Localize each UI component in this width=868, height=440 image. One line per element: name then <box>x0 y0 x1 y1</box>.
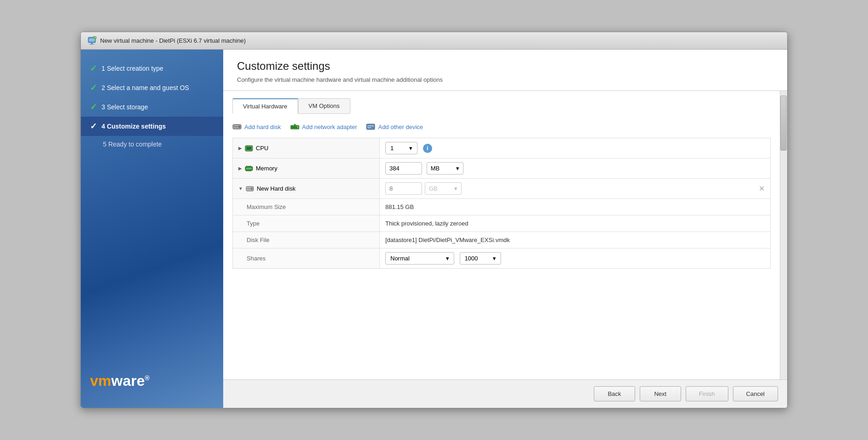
other-device-icon <box>366 123 375 130</box>
svg-rect-14 <box>294 126 295 128</box>
svg-rect-24 <box>248 145 249 146</box>
sidebar-label-step3: 3 Select storage <box>101 103 148 111</box>
svg-rect-12 <box>292 126 293 128</box>
svg-rect-28 <box>250 151 251 152</box>
svg-rect-17 <box>294 124 296 125</box>
hard-disk-icon <box>232 123 242 130</box>
svg-text:✓: ✓ <box>94 36 96 39</box>
check-icon-step1: ✓ <box>90 63 97 73</box>
maxsize-value-cell: 881.15 GB <box>380 199 771 215</box>
memory-unit-select[interactable]: MB ▾ <box>427 162 463 175</box>
cancel-button[interactable]: Cancel <box>733 386 778 401</box>
shares-label-cell: Shares <box>233 248 380 269</box>
disk-size-input[interactable] <box>385 182 422 195</box>
title-bar: ✓ New virtual machine - DietPi (ESXi 6.7… <box>81 32 787 50</box>
add-network-adapter-label: Add network adapter <box>302 124 357 130</box>
hard-disk-row-header: ▼ New Hard disk <box>238 185 374 192</box>
scrollbar-thumb[interactable] <box>780 96 787 151</box>
svg-rect-27 <box>248 151 249 152</box>
right-panel: Customize settings Configure the virtual… <box>223 50 787 408</box>
hard-disk-expander[interactable]: ▼ <box>238 186 243 191</box>
shares-select[interactable]: Normal ▾ <box>385 252 454 265</box>
add-hard-disk-label: Add hard disk <box>244 124 281 130</box>
diskfile-value: [datastore1] DietPi/DietPi_VMware_EXSi.v… <box>385 237 510 243</box>
svg-rect-37 <box>250 170 251 171</box>
cpu-expander[interactable]: ▶ <box>238 146 242 151</box>
network-adapter-icon <box>290 123 299 130</box>
diskfile-value-cell: [datastore1] DietPi/DietPi_VMware_EXSi.v… <box>380 232 771 248</box>
panel-header: Customize settings Configure the virtual… <box>223 50 787 91</box>
sidebar-item-step3[interactable]: ✓ 3 Select storage <box>81 97 223 117</box>
scrollbar-track[interactable] <box>780 91 787 379</box>
vm-icon: ✓ <box>87 36 96 45</box>
svg-rect-22 <box>247 147 251 150</box>
finish-button[interactable]: Finish <box>686 386 728 401</box>
footer: Back Next Finish Cancel <box>223 379 787 408</box>
cpu-info-icon[interactable]: i <box>423 144 432 153</box>
disk-unit-select[interactable]: GB ▾ <box>425 182 462 195</box>
svg-rect-30 <box>246 166 247 167</box>
hardware-table: ▶ <box>232 138 771 269</box>
memory-expander[interactable]: ▶ <box>238 166 242 171</box>
back-button[interactable]: Back <box>594 386 635 401</box>
maxsize-label: Maximum Size <box>247 203 286 210</box>
shares-num-value: 1000 <box>465 255 478 262</box>
svg-rect-38 <box>246 168 252 169</box>
hard-disk-sub-maxsize: Maximum Size 881.15 GB <box>233 199 771 215</box>
next-button[interactable]: Next <box>640 386 681 401</box>
svg-rect-15 <box>296 126 297 128</box>
check-icon-step4: ✓ <box>90 121 97 131</box>
main-window: ✓ New virtual machine - DietPi (ESXi 6.7… <box>80 32 788 408</box>
panel-scroll[interactable]: Virtual Hardware VM Options <box>223 91 780 379</box>
toolbar: Add hard disk <box>232 121 771 132</box>
sidebar-item-step4[interactable]: ✓ 4 Customize settings <box>81 117 223 136</box>
maxsize-value: 881.15 GB <box>385 203 414 210</box>
sidebar-label-step1: 1 Select creation type <box>101 65 163 72</box>
hard-disk-row: ▼ New Hard disk <box>233 179 771 199</box>
cpu-value-cell: 1 ▾ i <box>380 138 771 158</box>
tab-bar: Virtual Hardware VM Options <box>232 98 771 114</box>
shares-label: Shares <box>247 255 265 262</box>
svg-rect-18 <box>366 124 375 130</box>
svg-rect-1 <box>91 43 93 44</box>
cpu-select[interactable]: 1 ▾ <box>385 142 417 154</box>
remove-disk-button[interactable]: ✕ <box>759 184 765 193</box>
cpu-row-header: ▶ <box>238 145 374 152</box>
check-icon-step2: ✓ <box>90 83 97 93</box>
add-other-device-button[interactable]: Add other device <box>366 123 423 130</box>
page-title: Customize settings <box>237 60 773 73</box>
hard-disk-sub-shares: Shares Normal ▾ 1000 ▾ <box>233 248 771 269</box>
add-hard-disk-button[interactable]: Add hard disk <box>232 123 281 130</box>
diskfile-label-cell: Disk File <box>233 232 380 248</box>
type-value: Thick provisioned, lazily zeroed <box>385 220 468 227</box>
disk-unit-arrow: ▾ <box>454 185 457 192</box>
tab-virtual-hardware[interactable]: Virtual Hardware <box>232 98 298 114</box>
memory-label: Memory <box>256 165 277 172</box>
tab-vm-options[interactable]: VM Options <box>298 98 350 114</box>
hard-disk-device-icon <box>246 186 254 192</box>
add-network-adapter-button[interactable]: Add network adapter <box>290 123 357 130</box>
svg-rect-34 <box>246 170 247 171</box>
sidebar-item-step5[interactable]: 5 Ready to complete <box>81 136 223 152</box>
svg-point-42 <box>251 188 252 189</box>
memory-icon <box>245 165 253 172</box>
vmware-logo: vmware® <box>81 363 223 399</box>
disk-unit-value: GB <box>429 185 438 192</box>
svg-rect-26 <box>246 151 247 152</box>
memory-input[interactable] <box>385 162 422 175</box>
maxsize-label-cell: Maximum Size <box>233 199 380 215</box>
vmware-brand: vmware® <box>90 372 150 389</box>
main-content: ✓ 1 Select creation type ✓ 2 Select a na… <box>81 50 787 408</box>
type-value-cell: Thick provisioned, lazily zeroed <box>380 215 771 232</box>
cpu-label-cell: ▶ <box>233 138 380 158</box>
hard-disk-value-cell: GB ▾ ✕ <box>380 179 771 199</box>
shares-num-select[interactable]: 1000 ▾ <box>460 252 501 265</box>
sidebar-item-step2[interactable]: ✓ 2 Select a name and guest OS <box>81 78 223 97</box>
svg-rect-31 <box>248 166 248 167</box>
svg-rect-16 <box>297 126 298 127</box>
disk-size-row: GB ▾ ✕ <box>385 182 765 195</box>
sidebar-label-step5: 5 Ready to complete <box>90 141 162 148</box>
sidebar-item-step1[interactable]: ✓ 1 Select creation type <box>81 59 223 78</box>
svg-rect-25 <box>250 145 251 146</box>
sidebar-spacer <box>81 152 223 363</box>
